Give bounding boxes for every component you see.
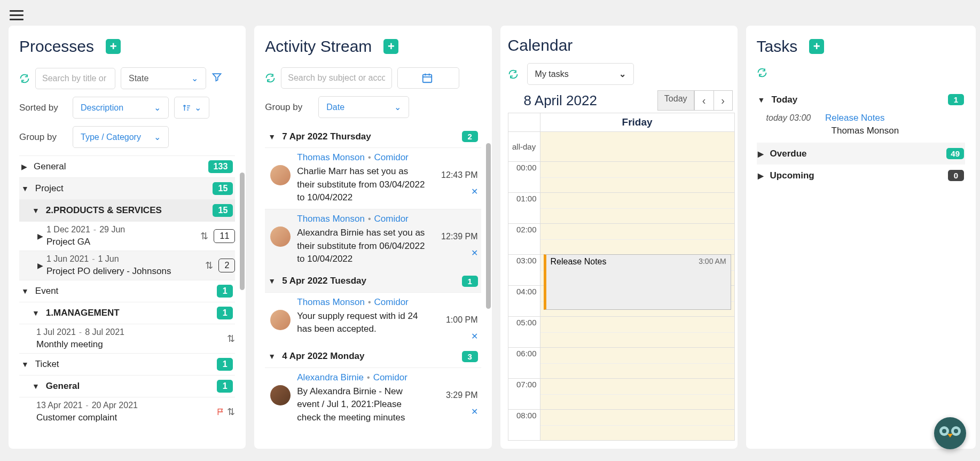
calendar-event[interactable]: Release Notes3:00 AM: [544, 254, 731, 310]
org-link[interactable]: Comidor: [374, 152, 409, 162]
dismiss-icon[interactable]: ✕: [471, 407, 478, 417]
reorder-icon[interactable]: ⇅: [227, 406, 235, 418]
calendar-selector[interactable]: My tasks ⌄: [527, 63, 634, 85]
sorted-by-dropdown[interactable]: Description ⌄: [73, 97, 169, 119]
chevron-down-icon: ⌄: [154, 132, 161, 142]
org-link[interactable]: Comidor: [374, 214, 409, 224]
allday-label: all-day: [508, 132, 540, 161]
group-by-label: Group by: [265, 102, 308, 113]
avatar: [270, 310, 291, 330]
collapse-icon[interactable]: ▼: [268, 132, 276, 141]
next-button[interactable]: ›: [714, 91, 733, 110]
refresh-icon[interactable]: [757, 67, 767, 78]
filter-icon[interactable]: [211, 72, 222, 85]
calendar-title: Calendar: [508, 36, 735, 54]
person-link[interactable]: Thomas Monson: [297, 297, 365, 307]
org-link[interactable]: Comidor: [374, 297, 409, 307]
reorder-icon[interactable]: ⇅: [200, 230, 208, 242]
refresh-icon[interactable]: [508, 69, 519, 80]
collapse-icon[interactable]: ▼: [21, 360, 29, 369]
sort-direction-dropdown[interactable]: ⌄: [174, 97, 209, 119]
expand-icon[interactable]: ▶: [21, 162, 27, 171]
calendar-date: 8 April 2022: [510, 92, 657, 109]
org-link[interactable]: Comidor: [373, 372, 407, 382]
project-item[interactable]: Customer complaint: [36, 412, 216, 423]
task-section-upcoming[interactable]: ▶ Upcoming 0: [757, 165, 965, 186]
process-subgroup-general[interactable]: ▼ General 1: [19, 375, 235, 397]
tasks-panel: Tasks + ▼ Today 1 today 03:00 Release No…: [746, 26, 976, 449]
activity-group-by-dropdown[interactable]: Date ⌄: [318, 96, 409, 118]
svg-rect-0: [423, 75, 432, 83]
reorder-icon[interactable]: ⇅: [205, 260, 213, 271]
dismiss-icon[interactable]: ✕: [471, 186, 478, 197]
collapse-icon[interactable]: ▼: [21, 184, 29, 193]
help-assistant-button[interactable]: [934, 417, 966, 449]
activity-search-input[interactable]: [281, 67, 392, 89]
person-link[interactable]: Thomas Monson: [297, 152, 365, 162]
task-section-overdue[interactable]: ▶ Overdue 49: [757, 143, 965, 165]
chevron-down-icon: ⌄: [394, 102, 401, 112]
project-item[interactable]: Project GA: [46, 237, 198, 247]
collapse-icon[interactable]: ▼: [268, 277, 276, 285]
activity-item[interactable]: Thomas Monson•Comidor Alexandra Birnie h…: [265, 209, 481, 270]
sorted-by-label: Sorted by: [19, 103, 62, 113]
project-item[interactable]: Project PO delivery - Johnsons: [46, 266, 203, 277]
dismiss-icon[interactable]: ✕: [471, 331, 478, 341]
flag-icon: [216, 408, 225, 416]
processes-search-input[interactable]: [35, 68, 115, 89]
person-link[interactable]: Thomas Monson: [297, 214, 365, 224]
hamburger-menu[interactable]: [10, 7, 23, 23]
processes-add-button[interactable]: +: [106, 39, 121, 54]
allday-cell[interactable]: [540, 132, 734, 161]
reorder-icon[interactable]: ⇅: [227, 333, 235, 345]
calendar-icon: [421, 72, 433, 84]
dismiss-icon[interactable]: ✕: [471, 248, 478, 258]
expand-icon[interactable]: ▶: [758, 171, 764, 180]
expand-icon[interactable]: ▶: [758, 150, 764, 158]
group-by-label: Group by: [19, 132, 62, 143]
refresh-icon[interactable]: [265, 73, 276, 83]
activity-date-filter[interactable]: [397, 67, 459, 89]
activity-item[interactable]: Thomas Monson•Comidor Charlie Marr has s…: [265, 147, 481, 209]
group-by-dropdown[interactable]: Type / Category ⌄: [73, 126, 169, 148]
chevron-down-icon: ⌄: [194, 103, 201, 113]
collapse-icon[interactable]: ▼: [268, 352, 276, 361]
scrollbar[interactable]: [240, 173, 245, 290]
process-subgroup-products[interactable]: ▼ 2.PRODUCTS & SERVICES 15: [19, 199, 235, 221]
prev-button[interactable]: ‹: [694, 91, 714, 110]
expand-icon[interactable]: ▶: [37, 261, 43, 270]
tasks-add-button[interactable]: +: [809, 39, 824, 54]
process-subgroup-management[interactable]: ▼ 1.MANAGEMENT 1: [19, 302, 235, 324]
processes-panel: Processes + State ⌄ Sorted by Descriptio…: [9, 26, 246, 449]
refresh-icon[interactable]: [19, 73, 30, 84]
calendar-panel: Calendar My tasks ⌄ 8 April 2022 Today ‹…: [500, 26, 738, 449]
project-item[interactable]: Monthly meeting: [36, 339, 225, 350]
avatar: [270, 165, 291, 185]
collapse-icon[interactable]: ▼: [32, 309, 40, 317]
activity-item[interactable]: Thomas Monson•Comidor Your supply reques…: [265, 292, 481, 346]
expand-icon[interactable]: ▶: [37, 232, 43, 240]
process-group-general[interactable]: ▶ General 133: [19, 155, 235, 177]
chevron-down-icon: ⌄: [619, 69, 626, 79]
task-section-today[interactable]: ▼ Today 1: [757, 89, 965, 111]
scrollbar[interactable]: [486, 143, 491, 309]
process-group-ticket[interactable]: ▼ Ticket 1: [19, 353, 235, 375]
activity-add-button[interactable]: +: [383, 39, 398, 54]
chevron-down-icon: ⌄: [154, 103, 161, 113]
collapse-icon[interactable]: ▼: [32, 382, 40, 390]
activity-item[interactable]: Alexandra Birnie•Comidor By Alexandra Bi…: [265, 368, 481, 429]
tasks-title: Tasks: [757, 37, 798, 56]
activity-date-group[interactable]: ▼ 7 Apr 2022 Thursday 2: [265, 126, 481, 147]
person-link[interactable]: Alexandra Birnie: [297, 372, 364, 382]
activity-date-group[interactable]: ▼ 4 Apr 2022 Monday 3: [265, 346, 481, 368]
today-button[interactable]: Today: [658, 91, 694, 110]
state-dropdown[interactable]: State ⌄: [121, 67, 206, 89]
task-link[interactable]: Release Notes: [825, 113, 885, 123]
avatar: [270, 226, 291, 247]
collapse-icon[interactable]: ▼: [758, 96, 765, 104]
collapse-icon[interactable]: ▼: [21, 287, 29, 295]
process-group-event[interactable]: ▼ Event 1: [19, 280, 235, 302]
activity-date-group[interactable]: ▼ 5 Apr 2022 Tuesday 1: [265, 270, 481, 292]
process-group-project[interactable]: ▼ Project 15: [19, 177, 235, 199]
collapse-icon[interactable]: ▼: [32, 206, 40, 215]
